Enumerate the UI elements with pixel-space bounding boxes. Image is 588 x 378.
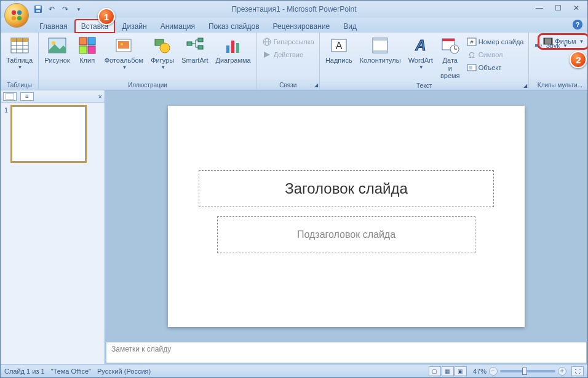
group-links: Гиперссылка Действие Связи◢: [257, 33, 320, 90]
tab-home[interactable]: Главная: [33, 19, 74, 33]
movie-button[interactable]: Фильм▼: [541, 35, 586, 47]
clip-button[interactable]: Клип: [74, 34, 100, 66]
view-normal-button[interactable]: ▢: [429, 366, 441, 376]
svg-rect-50: [544, 38, 545, 44]
quick-access-toolbar: ↶ ↷ ▼: [33, 4, 84, 15]
svg-text:Ω: Ω: [469, 50, 475, 60]
svg-rect-51: [551, 38, 552, 44]
table-icon: [10, 36, 30, 55]
redo-icon[interactable]: ↷: [60, 4, 71, 15]
chevron-down-icon: ▼: [122, 65, 127, 70]
maximize-button[interactable]: ☐: [549, 2, 566, 14]
close-button[interactable]: ✕: [568, 2, 585, 14]
datetime-label: Дата и время: [440, 57, 460, 80]
slide[interactable]: Заголовок слайда Подзаголовок слайда: [168, 106, 525, 327]
headerfooter-icon: [370, 36, 390, 55]
chevron-down-icon: ▼: [161, 65, 165, 70]
group-illustrations-label: Иллюстрации: [39, 80, 256, 90]
slidenum-button[interactable]: # Номер слайда: [464, 36, 526, 48]
title-placeholder[interactable]: Заголовок слайда: [199, 170, 494, 207]
group-text-label: Текст: [416, 82, 432, 89]
album-button[interactable]: Фотоальбом▼: [101, 34, 147, 72]
status-language[interactable]: Русский (Россия): [97, 368, 151, 375]
svg-rect-8: [11, 38, 28, 42]
object-button[interactable]: Объект: [464, 61, 526, 74]
view-slideshow-button[interactable]: ▣: [455, 366, 467, 376]
view-sorter-button[interactable]: ▦: [442, 366, 454, 376]
dialog-launcher-icon[interactable]: ◢: [314, 82, 318, 88]
action-icon: [262, 50, 272, 60]
picture-button[interactable]: Рисунок: [41, 34, 73, 66]
thumbnail-preview[interactable]: [12, 106, 85, 162]
headerfooter-label: Колонтитулы: [360, 57, 401, 65]
shapes-button[interactable]: Фигуры▼: [148, 34, 177, 72]
office-button[interactable]: [4, 3, 29, 28]
thumbnail-number: 1: [4, 106, 8, 162]
slides-tab-thumbnails[interactable]: [3, 92, 17, 101]
tab-animation[interactable]: Анимация: [154, 19, 202, 33]
svg-rect-40: [442, 39, 455, 41]
tab-slideshow[interactable]: Показ слайдов: [202, 19, 266, 33]
table-label: Таблица: [6, 57, 33, 65]
tab-design[interactable]: Дизайн: [115, 19, 153, 33]
tab-view[interactable]: Вид: [336, 19, 364, 33]
headerfooter-button[interactable]: Колонтитулы: [357, 34, 404, 66]
svg-rect-17: [79, 46, 87, 53]
chevron-down-icon: ▼: [579, 39, 584, 44]
svg-text:A: A: [335, 41, 342, 51]
svg-rect-18: [88, 46, 95, 53]
workspace: ≡ × 1 Заголовок слайда Подзаголовок слай…: [1, 90, 587, 364]
subtitle-placeholder-text: Подзаголовок слайда: [297, 229, 395, 240]
zoom-in-button[interactable]: +: [558, 367, 566, 376]
group-text: A Надпись Колонтитулы A WordArt▼ Дата и …: [320, 33, 530, 90]
tab-review[interactable]: Рецензирование: [266, 19, 337, 33]
wordart-label: WordArt: [408, 57, 433, 65]
table-button[interactable]: Таблица▼: [3, 34, 36, 72]
zoom-out-button[interactable]: −: [489, 367, 498, 376]
svg-point-2: [12, 16, 16, 20]
qat-dropdown-icon[interactable]: ▼: [73, 4, 84, 15]
shapes-label: Фигуры: [151, 57, 174, 65]
hyperlink-icon: [262, 37, 272, 47]
minimize-button[interactable]: —: [531, 2, 548, 14]
notes-pane[interactable]: Заметки к слайду: [106, 342, 586, 363]
album-icon: [114, 36, 133, 55]
svg-rect-5: [36, 6, 41, 9]
chart-label: Диаграмма: [216, 57, 251, 65]
slide-canvas-area[interactable]: Заголовок слайда Подзаголовок слайда: [105, 90, 587, 342]
fit-to-window-button[interactable]: ⛶: [571, 366, 584, 376]
svg-point-23: [160, 43, 170, 53]
chevron-down-icon: ▼: [419, 65, 424, 70]
group-media: Фильм▼ Звук▼ Клипы мульти... 2: [529, 33, 588, 90]
save-icon[interactable]: [33, 4, 44, 15]
subtitle-placeholder[interactable]: Подзаголовок слайда: [217, 216, 475, 253]
chart-icon: [223, 36, 243, 55]
shapes-icon: [153, 36, 172, 55]
datetime-button[interactable]: Дата и время: [437, 34, 463, 82]
zoom-slider[interactable]: [500, 370, 555, 372]
undo-icon[interactable]: ↶: [46, 4, 57, 15]
wordart-icon: A: [411, 36, 431, 55]
window-controls: — ☐ ✕: [531, 2, 585, 14]
dialog-launcher-icon[interactable]: ◢: [523, 83, 527, 89]
smartart-button[interactable]: SmartArt: [178, 34, 211, 66]
symbol-button: Ω Символ: [464, 49, 526, 61]
slide-thumbnail[interactable]: 1: [4, 106, 101, 162]
svg-rect-28: [231, 41, 234, 53]
textbox-label: Надпись: [325, 57, 352, 65]
svg-rect-25: [198, 38, 203, 42]
zoom-slider-thumb[interactable]: [522, 368, 527, 375]
help-button[interactable]: ?: [573, 20, 582, 30]
picture-label: Рисунок: [44, 57, 70, 65]
svg-rect-36: [373, 38, 387, 41]
chart-button[interactable]: Диаграмма: [213, 34, 254, 66]
slides-tab-outline[interactable]: ≡: [20, 92, 34, 101]
zoom-level[interactable]: 47%: [473, 368, 487, 375]
object-label: Объект: [479, 64, 501, 71]
status-theme: "Тема Office": [51, 368, 91, 375]
wordart-button[interactable]: A WordArt▼: [405, 34, 436, 72]
svg-rect-29: [236, 43, 239, 53]
svg-rect-16: [88, 37, 95, 45]
close-panel-icon[interactable]: ×: [98, 93, 102, 100]
textbox-button[interactable]: A Надпись: [322, 34, 356, 66]
